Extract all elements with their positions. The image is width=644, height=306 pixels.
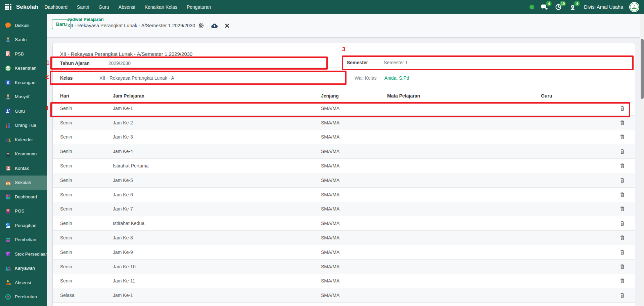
chat-icon[interactable]: 4 (540, 3, 548, 11)
table-row[interactable]: Senin Istirahat Pertama SMA/MA (53, 159, 635, 173)
delete-row-icon[interactable] (619, 292, 626, 299)
delete-row-icon[interactable] (619, 105, 626, 112)
activity-badge: 19 (560, 1, 566, 6)
field-value-kelas[interactable]: XII - Rekayasa Perangkat Lunak - A (99, 75, 174, 81)
cell-hari: Senin (60, 106, 113, 111)
table-row[interactable]: Senin Jam Ke-8 SMA/MA (53, 231, 635, 245)
cell-hari: Senin (60, 163, 113, 168)
cloud-upload-icon[interactable] (211, 23, 218, 28)
delete-row-icon[interactable] (619, 205, 626, 212)
table-row[interactable]: Senin Jam Ke-2 SMA/MA (53, 116, 635, 130)
menu-dashboard[interactable]: Dashboard (45, 4, 68, 10)
table-row[interactable]: Senin Jam Ke-4 SMA/MA (53, 144, 635, 159)
delete-row-icon[interactable] (619, 119, 626, 126)
user-menu[interactable]: Divisi Amal Usaha (584, 4, 623, 10)
cell-hari: Senin (60, 278, 113, 283)
field-value-semester[interactable]: Semester 1 (384, 60, 641, 67)
sidebar-item-orang-tua[interactable]: Orang Tua (0, 118, 47, 133)
avatar[interactable] (629, 2, 639, 12)
table-row[interactable]: Senin Jam Ke-3 SMA/MA (53, 130, 635, 145)
cell-hari: Selasa (60, 293, 113, 298)
sidebar-item-kalender[interactable]: 31 Kalender (0, 132, 47, 147)
field-tahun-ajaran[interactable]: Tahun Ajaran 2029/2030 (60, 61, 343, 68)
close-icon[interactable] (225, 24, 229, 28)
col-hari: Hari (60, 93, 113, 99)
table-row[interactable]: Senin Jam Ke-11 SMA/MA (53, 274, 635, 289)
table-row[interactable]: Selasa Jam Ke-1 SMA/MA (53, 288, 635, 303)
sidebar-item-psb[interactable]: PSB (0, 47, 47, 61)
menu-absensi[interactable]: Absensi (119, 4, 135, 10)
menu-santri[interactable]: Santri (77, 4, 89, 10)
gear-icon[interactable] (198, 23, 204, 28)
field-kelas[interactable]: Kelas XII - Rekayasa Perangkat Lunak - A (60, 75, 174, 81)
menu-kenaikan-kelas[interactable]: Kenaikan Kelas (145, 4, 177, 10)
sidebar-item-kontak[interactable]: Kontak (0, 161, 47, 176)
sidebar-item-pembelian[interactable]: Pembelian (0, 233, 47, 247)
field-value-wali-kelas[interactable]: Anida, S.Pd (384, 75, 409, 81)
sidebar-item-stok-persediaan[interactable]: Stok Persediaan (0, 247, 47, 261)
table-row[interactable]: Senin Jam Ke-10 SMA/MA (53, 260, 635, 274)
money-request-icon[interactable]: $ 4 (568, 3, 577, 11)
delete-row-icon[interactable] (619, 133, 626, 140)
sidebar-item-sekolah[interactable]: Sekolah (0, 176, 47, 190)
sidebar-item-musyrif[interactable]: Musyrif (0, 90, 47, 104)
table-row[interactable]: Senin Istirahat Kedua SMA/MA (53, 216, 635, 231)
apps-grid-icon[interactable] (4, 3, 13, 11)
delete-row-icon[interactable] (619, 191, 626, 198)
schedule-rows: Senin Jam Ke-1 SMA/MA Senin Jam Ke-2 SMA… (53, 101, 635, 303)
sidebar-item-karyawan[interactable]: Karyawan (0, 261, 47, 276)
sidebar-item-absensi[interactable]: Absensi (0, 275, 47, 290)
field-semester[interactable]: Semester Semester 1 (347, 60, 641, 67)
app-brand[interactable]: Sekolah (16, 4, 39, 10)
delete-row-icon[interactable] (619, 177, 626, 184)
delete-row-icon[interactable] (619, 234, 626, 241)
control-panel: Baru Jadwal Pelajaran XII - Rekayasa Per… (47, 14, 644, 38)
col-jam-pelajaran: Jam Pelajaran (113, 93, 321, 99)
delete-row-icon[interactable] (619, 220, 626, 227)
sekolah-icon (5, 179, 11, 186)
delete-row-icon[interactable] (619, 263, 626, 270)
sidebar-item-keamanan[interactable]: Keamanan (0, 147, 47, 161)
scrollbar-track[interactable] (640, 14, 644, 306)
field-value-tahun-ajaran[interactable]: 2029/2030 (108, 61, 343, 68)
sidebar-item-pos[interactable]: POS (0, 204, 47, 219)
sidebar-item-penagihan[interactable]: $ Penagihan (0, 218, 47, 233)
delete-row-icon[interactable] (619, 277, 626, 284)
sidebar-item-diskusi[interactable]: Diskusi (0, 18, 47, 33)
sidebar-item-dashboard[interactable]: Dashboard (0, 190, 47, 204)
sidebar-item-keuangan[interactable]: $ Keuangan (0, 75, 47, 90)
cell-jam-pelajaran: Jam Ke-11 (113, 278, 321, 283)
delete-row-icon[interactable] (619, 148, 626, 155)
kalender-icon: 31 (5, 136, 11, 143)
keuangan-icon: $ (5, 79, 11, 86)
menu-pengaturan[interactable]: Pengaturan (187, 4, 211, 10)
activity-clock-icon[interactable]: 19 (554, 3, 562, 11)
musyrif-icon (5, 93, 11, 100)
cell-hari: Senin (60, 235, 113, 240)
diskusi-icon (5, 22, 11, 29)
delete-row-icon[interactable] (619, 162, 626, 169)
table-row[interactable]: Senin Jam Ke-6 SMA/MA (53, 188, 635, 202)
menu-guru[interactable]: Guru (99, 4, 109, 10)
table-row[interactable]: Senin Jam Ke-1 SMA/MA (53, 101, 635, 116)
scrollbar-thumb[interactable] (641, 39, 644, 99)
cell-hari: Senin (60, 120, 113, 125)
top-navbar: Sekolah Dashboard Santri Guru Absensi Ke… (0, 0, 644, 14)
table-row[interactable]: Senin Jam Ke-7 SMA/MA (53, 202, 635, 217)
sidebar-item-guru[interactable]: Guru (0, 104, 47, 118)
table-row[interactable]: Senin Jam Ke-9 SMA/MA (53, 245, 635, 260)
delete-row-icon[interactable] (619, 249, 626, 256)
field-wali-kelas[interactable]: Wali Kelas Anida, S.Pd (355, 75, 409, 81)
record-title: XII - Rekayasa Perangkat Lunak - A/Semes… (60, 51, 192, 57)
sidebar-item-santri[interactable]: Santri (0, 33, 47, 47)
col-jenjang: Jenjang (321, 93, 387, 99)
field-label-tahun-ajaran: Tahun Ajaran (60, 61, 90, 66)
status-dot (530, 5, 534, 9)
breadcrumb-model[interactable]: Jadwal Pelajaran (67, 17, 229, 22)
table-row[interactable]: Senin Jam Ke-5 SMA/MA (53, 173, 635, 188)
sidebar-item-perekrutan[interactable]: Perekrutan (0, 290, 47, 304)
cell-hari: Senin (60, 178, 113, 183)
sidebar: Diskusi Santri PSB Kesantrian $ Keuangan… (0, 14, 47, 306)
sidebar-item-kesantrian[interactable]: Kesantrian (0, 61, 47, 76)
field-label-semester: Semester (347, 60, 368, 65)
